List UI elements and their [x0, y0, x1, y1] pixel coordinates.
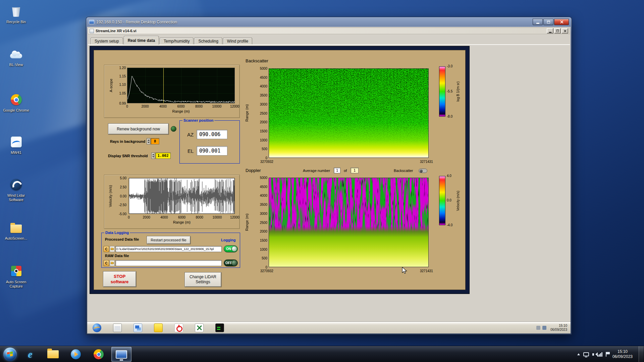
- az-value-display: 090.006: [197, 130, 227, 139]
- tick-label: 6000: [178, 216, 185, 219]
- rays-spinner[interactable]: [147, 138, 150, 144]
- chrome-icon: [8, 93, 24, 107]
- backscatter-colorbar-label: log B 1/(m sr): [456, 66, 460, 117]
- tab-real-time-data[interactable]: Real time data: [124, 36, 159, 45]
- start-button[interactable]: [3, 348, 17, 361]
- app-restore-button[interactable]: [554, 28, 561, 34]
- browse-button[interactable]: [110, 246, 115, 252]
- taskbar-time: 15:10: [612, 349, 633, 354]
- taskbar-rdp-button[interactable]: [111, 347, 131, 362]
- stop-button-line1: STOP: [114, 274, 125, 279]
- average-count-field[interactable]: 1: [351, 168, 359, 173]
- tick-label: 1.15: [119, 74, 126, 78]
- browse-button[interactable]: [110, 260, 115, 266]
- tab-temp-humidity[interactable]: Temp/humidity: [160, 38, 194, 45]
- network-tray-icon[interactable]: [597, 352, 602, 357]
- tick-label: 0: [265, 156, 267, 160]
- average-number-field[interactable]: 1: [334, 168, 340, 173]
- desktop-icon-label: Recycle Bin: [3, 20, 30, 24]
- desktop-icon-recycle-bin[interactable]: Recycle Bin: [3, 4, 30, 24]
- tick-label: 2500: [260, 112, 267, 115]
- backscatter-x-start: 3270932: [260, 160, 273, 164]
- show-hidden-icons-button[interactable]: [577, 353, 580, 355]
- raw-logging-toggle[interactable]: OFF: [224, 259, 238, 266]
- snr-value-field[interactable]: 1.002: [155, 153, 171, 159]
- minimize-button[interactable]: [533, 19, 543, 25]
- tick-label: 6000: [177, 105, 184, 108]
- browser-icon[interactable]: [93, 323, 101, 332]
- folder-icon: [111, 262, 114, 264]
- doppler-title: Doppler: [246, 168, 261, 173]
- raw-data-file-label: RAW Data file: [105, 254, 129, 258]
- spreadsheet-app-icon[interactable]: [195, 323, 204, 332]
- folder-icon: [47, 350, 59, 358]
- power-app-icon[interactable]: [174, 323, 183, 332]
- remote-system-tray: 15:10 06/09/2023: [534, 323, 569, 332]
- tick-label: 8000: [195, 105, 203, 108]
- stop-software-button[interactable]: STOP software: [103, 271, 136, 287]
- tick-label: 3000: [260, 212, 267, 216]
- rdp-titlebar[interactable]: 192.168.0.150 - Remote Desktop Connectio…: [86, 17, 572, 27]
- taskbar-explorer-button[interactable]: [43, 347, 63, 362]
- colorbar-tick: 0.0: [447, 198, 451, 202]
- backscatter-heatmap-image: [269, 69, 429, 158]
- tray-icon[interactable]: [542, 326, 546, 330]
- drive-selector[interactable]: C: [104, 246, 109, 252]
- renew-background-button[interactable]: Renew background now: [108, 123, 169, 134]
- taskbar-media-player-button[interactable]: [66, 347, 86, 362]
- snr-spinner[interactable]: [151, 153, 155, 159]
- maximize-button[interactable]: [543, 19, 553, 25]
- restart-processed-file-button[interactable]: Restart processed file: [147, 236, 191, 244]
- show-desktop-button[interactable]: [639, 346, 643, 362]
- processed-path-field[interactable]: C:\Lidar\Data\Proc\2023\202309\20230906\…: [115, 246, 222, 252]
- tray-icon[interactable]: [536, 326, 540, 330]
- rays-value-field[interactable]: 8: [151, 138, 159, 144]
- chrome-icon: [94, 349, 104, 359]
- sticky-note-icon[interactable]: [154, 323, 163, 332]
- tab-wind-profile[interactable]: Wind profile: [223, 38, 252, 45]
- tick-label: 12000: [230, 216, 239, 219]
- tab-system-setup[interactable]: System setup: [91, 38, 123, 45]
- taskbar-chrome-button[interactable]: [89, 347, 109, 362]
- change-lidar-settings-button[interactable]: Change LiDAR Settings: [184, 272, 221, 287]
- close-button[interactable]: [554, 19, 569, 25]
- volume-tray-icon[interactable]: [592, 353, 594, 356]
- desktop-icon-mw41[interactable]: MW41: [3, 135, 30, 155]
- desktop-icon-google-chrome[interactable]: Google Chrome: [3, 93, 30, 113]
- tick-label: 12000: [230, 105, 239, 108]
- internet-explorer-icon: e: [28, 349, 32, 360]
- drive-selector[interactable]: C: [104, 260, 109, 266]
- raw-path-field[interactable]: [115, 260, 222, 266]
- remote-desktop-icon: [116, 350, 127, 359]
- app-minimize-button[interactable]: [547, 28, 553, 34]
- logging-label: Logging: [221, 238, 235, 242]
- rays-in-background-label: Rays in background: [110, 139, 145, 143]
- taskbar-date: 06/09/2023: [612, 354, 633, 359]
- desktop-icon-label: Wind Lidar Software: [3, 193, 30, 202]
- velocity-x-ticks: 020004000600080001000012000: [129, 216, 235, 220]
- app-close-button[interactable]: [561, 28, 568, 34]
- desktop-icon-autoscreen[interactable]: AutoScreen...: [3, 221, 30, 241]
- network-places-icon[interactable]: [133, 323, 142, 332]
- tick-label: 1000: [260, 248, 267, 251]
- tab-scheduling[interactable]: Scheduling: [194, 38, 222, 45]
- desktop-icon-auto-screen-capture[interactable]: Auto Screen Capture: [3, 264, 30, 289]
- backscatter-toggle[interactable]: [419, 169, 427, 173]
- console-app-icon[interactable]: [215, 323, 224, 332]
- tick-label: 2000: [141, 105, 149, 108]
- app-titlebar[interactable]: StreamLine XR v14-6.vi: [88, 27, 570, 34]
- action-center-icon[interactable]: [606, 352, 606, 357]
- taskbar-ie-button[interactable]: e: [20, 347, 40, 362]
- notepad-icon[interactable]: [113, 323, 122, 332]
- desktop-icon-wind-lidar[interactable]: Wind Lidar Software: [3, 178, 30, 202]
- processed-logging-toggle[interactable]: ON: [224, 245, 238, 252]
- tick-label: 4500: [260, 76, 267, 79]
- desktop-icon-bl-view[interactable]: BL-View: [3, 47, 30, 67]
- display-tray-icon[interactable]: [583, 352, 589, 356]
- plot-cursor-line[interactable]: [163, 68, 164, 103]
- taskbar-clock[interactable]: 15:10 06/09/2023: [612, 349, 633, 359]
- app-title: StreamLine XR v14-6.vi: [96, 29, 137, 33]
- system-tray: 15:10 06/09/2023: [577, 346, 644, 362]
- processed-data-file-label: Processed Data file: [105, 237, 139, 241]
- average-number-label: Average number: [303, 169, 330, 173]
